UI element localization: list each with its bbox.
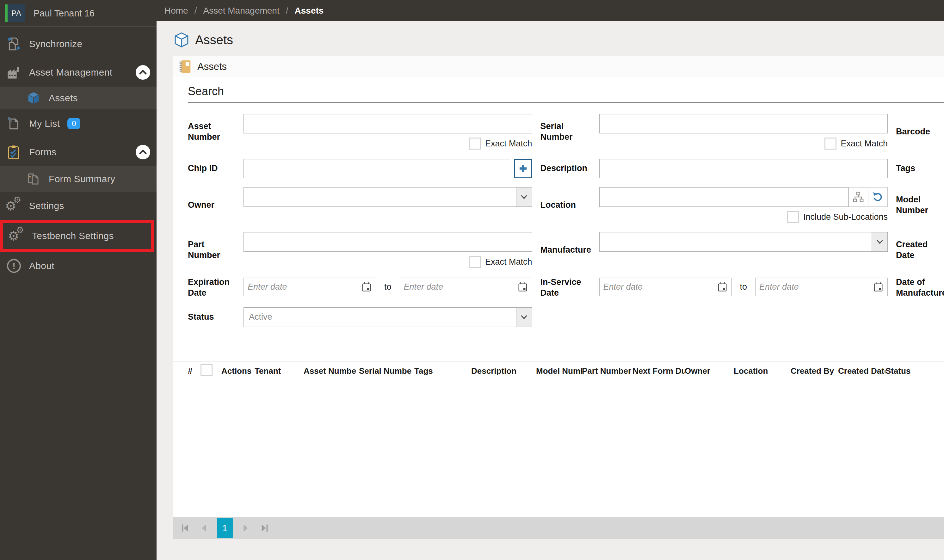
manufacturer-select[interactable] — [599, 232, 888, 252]
column-header[interactable]: Created Date — [838, 366, 886, 376]
sidebar-item-settings[interactable]: ⚙⚙ Settings — [0, 192, 157, 220]
include-sub-locations-label: Include Sub-Locations — [803, 212, 888, 222]
collapse-chevron-icon[interactable] — [136, 65, 150, 80]
exact-match-label: Exact Match — [841, 139, 888, 149]
my-list-count-badge: 0 — [68, 118, 80, 129]
column-header[interactable]: Part Number — [582, 366, 632, 376]
sidebar-item-form-summary[interactable]: Form Summary — [0, 166, 157, 192]
chevron-down-icon[interactable] — [872, 232, 887, 251]
avatar: PA — [5, 5, 25, 22]
previous-page-button[interactable] — [198, 522, 211, 534]
sidebar-item-forms[interactable]: Forms — [0, 138, 157, 166]
calendar-icon[interactable] — [361, 282, 372, 292]
include-sub-locations-checkbox[interactable] — [787, 211, 799, 223]
sidebar-item-synchronize[interactable]: Synchronize — [0, 30, 157, 58]
last-page-button[interactable] — [258, 522, 271, 534]
in-service-date-label: In-Service Date — [540, 277, 591, 298]
part-number-input[interactable] — [243, 232, 532, 252]
column-header[interactable]: Model Numb — [536, 366, 582, 376]
notebook-icon — [178, 59, 192, 74]
breadcrumb-home[interactable]: Home — [165, 6, 188, 16]
sidebar-item-label: Settings — [29, 200, 64, 211]
part-number-exact-match-checkbox[interactable] — [469, 256, 481, 268]
column-header[interactable]: Owner — [685, 366, 734, 376]
breadcrumb-separator: / — [194, 6, 197, 16]
about-icon: ! — [6, 258, 22, 274]
column-header[interactable]: Tenant — [255, 366, 304, 376]
column-header[interactable]: Next Form Due — [632, 366, 685, 376]
first-page-button[interactable] — [179, 522, 192, 534]
red-highlight-annotation: ⚙⚙ Testbench Settings — [0, 220, 154, 252]
avatar-initials: PA — [11, 9, 22, 18]
sidebar-item-my-list[interactable]: My List 0 — [0, 109, 157, 138]
results-table-body — [173, 382, 944, 517]
current-page-button[interactable]: 1 — [217, 518, 233, 538]
collapse-chevron-icon[interactable] — [136, 145, 150, 159]
location-reset-button[interactable] — [868, 187, 888, 207]
expiration-date-from-field[interactable] — [243, 278, 376, 296]
chip-id-label: Chip ID — [188, 159, 235, 178]
column-header[interactable]: Actions — [221, 366, 255, 376]
sidebar-item-testbench-settings[interactable]: ⚙⚙ Testbench Settings — [3, 223, 151, 249]
description-label: Description — [540, 159, 591, 178]
column-header[interactable]: Location — [734, 366, 790, 376]
asset-number-exact-match-checkbox[interactable] — [469, 138, 481, 149]
barcode-label: Barcode — [896, 114, 944, 150]
synchronize-icon — [6, 36, 22, 52]
expiration-date-from-input[interactable] — [248, 282, 361, 292]
to-label: to — [384, 282, 392, 292]
status-select[interactable]: Active — [243, 307, 532, 327]
calendar-icon[interactable] — [517, 282, 528, 292]
chip-id-add-button[interactable] — [514, 159, 532, 178]
column-header[interactable]: Created By — [790, 366, 838, 376]
sidebar-item-label: Form Summary — [49, 174, 115, 185]
in-service-date-to-field[interactable] — [755, 278, 888, 296]
date-of-manufacture-label: Date of Manufacture — [896, 277, 944, 298]
sidebar-item-about[interactable]: ! About — [0, 252, 157, 280]
chevron-down-icon[interactable] — [516, 308, 532, 327]
column-header[interactable]: Status — [886, 366, 944, 376]
in-service-date-from-input[interactable] — [603, 282, 717, 292]
expiration-date-to-input[interactable] — [404, 282, 517, 292]
in-service-date-from-field[interactable] — [599, 278, 732, 296]
column-headers: ActionsTenantAsset NumbeSerial NumbeTags… — [221, 366, 944, 376]
column-header[interactable]: Asset Numbe — [304, 366, 359, 376]
description-input[interactable] — [599, 159, 888, 178]
column-header[interactable]: Description — [471, 366, 536, 376]
breadcrumb-asset-management[interactable]: Asset Management — [203, 6, 279, 16]
sidebar-item-label: Synchronize — [29, 38, 82, 49]
location-input[interactable] — [599, 187, 849, 207]
owner-label: Owner — [188, 187, 235, 223]
owner-select[interactable] — [243, 187, 532, 207]
sidebar-item-asset-management[interactable]: Asset Management — [0, 58, 157, 87]
location-hierarchy-button[interactable] — [849, 187, 868, 207]
exact-match-label: Exact Match — [485, 139, 532, 149]
calendar-icon[interactable] — [717, 282, 728, 292]
calendar-icon[interactable] — [873, 282, 884, 292]
asset-number-input[interactable] — [243, 114, 532, 134]
avatar-status-bar — [5, 5, 8, 22]
sidebar-item-label: Testbench Settings — [32, 231, 114, 241]
exact-match-label: Exact Match — [485, 257, 532, 267]
column-header[interactable]: Tags — [414, 366, 471, 376]
sidebar-item-assets[interactable]: Assets — [0, 87, 157, 109]
chip-id-input[interactable] — [243, 159, 510, 178]
serial-number-input[interactable] — [599, 114, 888, 134]
serial-number-exact-match-checkbox[interactable] — [824, 138, 836, 149]
pagination-bar: 1 Page 1 of 1 — [173, 517, 944, 539]
next-page-button[interactable] — [239, 522, 252, 534]
tenant-name: Paul Tenant 16 — [34, 8, 95, 18]
expiration-date-to-field[interactable] — [400, 278, 532, 296]
chevron-down-icon[interactable] — [516, 188, 532, 206]
in-service-date-to-input[interactable] — [759, 282, 873, 292]
asset-number-label: Asset Number — [188, 114, 235, 150]
assets-panel: Assets — [173, 56, 944, 539]
index-column-header[interactable]: # — [188, 366, 200, 376]
cube-icon — [174, 32, 189, 48]
sidebar-item-label: About — [29, 260, 54, 271]
sidebar-item-label: My List — [29, 118, 60, 129]
column-header[interactable]: Serial Numbe — [359, 366, 414, 376]
tenant-header[interactable]: PA Paul Tenant 16 — [0, 0, 157, 27]
form-summary-icon — [25, 171, 42, 187]
select-all-checkbox[interactable] — [200, 364, 212, 376]
